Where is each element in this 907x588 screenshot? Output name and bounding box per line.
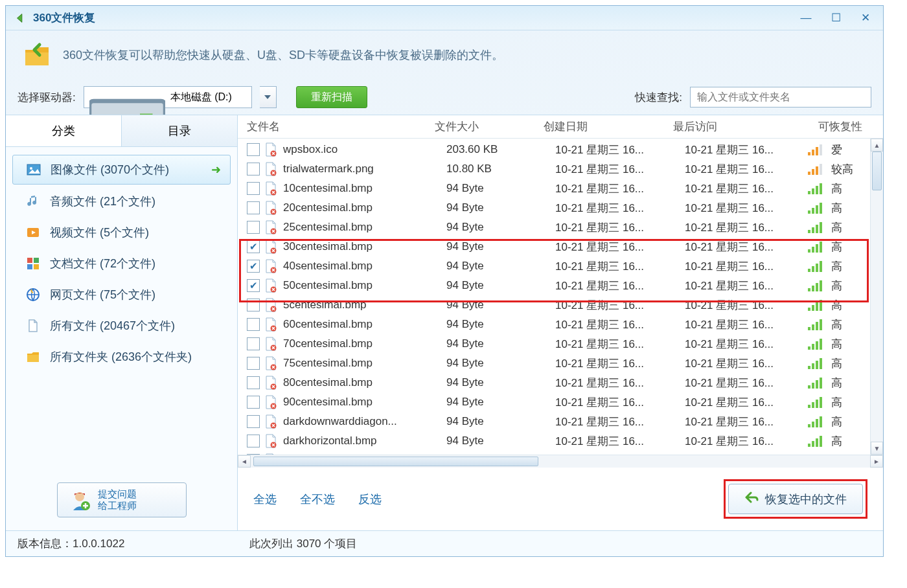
created-date: 10-21 星期三 16... — [555, 356, 685, 371]
file-deleted-icon — [265, 395, 277, 409]
row-checkbox[interactable] — [247, 376, 260, 389]
main-footer: 全选 全不选 反选 恢复选中的文件 — [238, 468, 883, 530]
recover-button[interactable]: 恢复选中的文件 — [728, 484, 863, 514]
drive-label: 选择驱动器: — [17, 90, 76, 105]
signal-icon — [808, 261, 831, 272]
scroll-down-button[interactable]: ▼ — [871, 442, 883, 455]
back-arrow-icon — [14, 11, 28, 25]
filename: 70centesimal.bmp — [283, 337, 446, 350]
maximize-button[interactable]: ☐ — [821, 10, 851, 27]
recoverability-label: 高 — [831, 317, 862, 332]
row-checkbox[interactable] — [247, 435, 260, 447]
signal-icon — [808, 203, 831, 214]
tab-directory[interactable]: 目录 — [122, 115, 237, 146]
folder-restore-icon — [21, 40, 52, 71]
row-checkbox[interactable] — [247, 299, 260, 311]
row-checkbox[interactable] — [247, 143, 260, 156]
vertical-scrollbar[interactable]: ▲ ▼ — [870, 139, 883, 455]
signal-icon — [808, 300, 831, 311]
filename: 50centesimal.bmp — [283, 279, 446, 292]
created-date: 10-21 星期三 16... — [555, 259, 685, 274]
table-row[interactable]: darkdownwarddiagon...94 Byte10-21 星期三 16… — [238, 412, 883, 431]
file-deleted-icon — [265, 181, 277, 196]
category-icon — [25, 194, 41, 209]
select-invert-link[interactable]: 反选 — [358, 492, 382, 507]
row-checkbox[interactable] — [247, 221, 260, 234]
table-row[interactable]: 70centesimal.bmp94 Byte10-21 星期三 16...10… — [238, 334, 883, 354]
col-created[interactable]: 创建日期 — [544, 119, 673, 134]
table-row[interactable]: darkupwarddiagonal...94 Byte10-21 星期三 16… — [238, 451, 883, 455]
row-checkbox[interactable] — [247, 454, 260, 455]
created-date: 10-21 星期三 16... — [555, 240, 685, 254]
table-row[interactable]: ✔50centesimal.bmp94 Byte10-21 星期三 16...1… — [238, 276, 883, 295]
table-row[interactable]: ✔30centesimal.bmp94 Byte10-21 星期三 16...1… — [238, 237, 883, 256]
created-date: 10-21 星期三 16... — [555, 298, 685, 313]
access-date: 10-21 星期三 16... — [685, 142, 808, 157]
row-checkbox[interactable]: ✔ — [247, 260, 260, 273]
row-checkbox[interactable] — [247, 396, 260, 409]
row-checkbox[interactable] — [247, 201, 260, 214]
table-row[interactable]: 75centesimal.bmp94 Byte10-21 星期三 16...10… — [238, 354, 883, 373]
recover-highlight: 恢复选中的文件 — [724, 479, 867, 519]
signal-icon — [808, 416, 831, 427]
file-deleted-icon — [265, 220, 277, 234]
category-label: 网页文件 (75个文件) — [50, 287, 155, 302]
row-checkbox[interactable] — [247, 415, 260, 428]
row-checkbox[interactable] — [247, 318, 260, 331]
hscroll-thumb[interactable] — [253, 457, 538, 466]
row-checkbox[interactable]: ✔ — [247, 240, 260, 253]
table-row[interactable]: 90centesimal.bmp94 Byte10-21 星期三 16...10… — [238, 392, 883, 412]
close-button[interactable]: ✕ — [851, 10, 880, 27]
category-icon — [25, 287, 41, 302]
search-input[interactable] — [690, 87, 871, 107]
table-row[interactable]: 25centesimal.bmp94 Byte10-21 星期三 16...10… — [238, 218, 883, 237]
filesize: 94 Byte — [446, 337, 555, 350]
engineer-button[interactable]: 提交问题 给工程师 — [57, 482, 187, 517]
table-row[interactable]: darkhorizontal.bmp94 Byte10-21 星期三 16...… — [238, 431, 883, 451]
table-row[interactable]: 10centesimal.bmp94 Byte10-21 星期三 16...10… — [238, 179, 883, 198]
rescan-button[interactable]: 重新扫描 — [296, 86, 367, 108]
select-none-link[interactable]: 全不选 — [300, 492, 335, 507]
file-deleted-icon — [265, 376, 277, 390]
table-row[interactable]: 80centesimal.bmp94 Byte10-21 星期三 16...10… — [238, 373, 883, 392]
row-checkbox[interactable] — [247, 182, 260, 195]
filesize: 203.60 KB — [446, 143, 555, 156]
row-checkbox[interactable] — [247, 337, 260, 350]
drive-select[interactable]: 本地磁盘 (D:) — [84, 86, 252, 108]
filesize: 94 Byte — [446, 396, 555, 409]
row-checkbox[interactable]: ✔ — [247, 279, 260, 292]
category-item[interactable]: 网页文件 (75个文件) — [6, 279, 237, 310]
filesize: 94 Byte — [446, 299, 555, 311]
filesize: 94 Byte — [446, 318, 555, 331]
table-row[interactable]: ✔40sentesimal.bmp94 Byte10-21 星期三 16...1… — [238, 256, 883, 276]
table-row[interactable]: trialwatermark.png10.80 KB10-21 星期三 16..… — [238, 159, 883, 179]
drive-dropdown-button[interactable] — [260, 86, 277, 108]
category-item[interactable]: 视频文件 (5个文件) — [6, 217, 237, 248]
category-item[interactable]: 音频文件 (21个文件) — [6, 186, 237, 217]
table-row[interactable]: wpsbox.ico203.60 KB10-21 星期三 16...10-21 … — [238, 140, 883, 159]
category-item[interactable]: 所有文件夹 (2636个文件夹) — [6, 341, 237, 372]
tab-category[interactable]: 分类 — [6, 115, 122, 146]
col-recoverability[interactable]: 可恢复性 — [796, 119, 877, 134]
select-all-link[interactable]: 全选 — [253, 492, 277, 507]
col-size[interactable]: 文件大小 — [435, 119, 544, 134]
table-row[interactable]: 20centesimal.bmp94 Byte10-21 星期三 16...10… — [238, 198, 883, 218]
category-item[interactable]: 图像文件 (3070个文件)➜ — [12, 155, 231, 185]
scroll-left-button[interactable]: ◄ — [238, 455, 251, 468]
table-row[interactable]: 60centesimal.bmp94 Byte10-21 星期三 16...10… — [238, 315, 883, 334]
file-deleted-icon — [265, 337, 277, 351]
scroll-up-button[interactable]: ▲ — [871, 139, 883, 152]
category-item[interactable]: 文档文件 (72个文件) — [6, 248, 237, 279]
scroll-thumb[interactable] — [872, 152, 882, 190]
row-checkbox[interactable] — [247, 163, 260, 175]
col-filename[interactable]: 文件名 — [247, 119, 435, 134]
col-access[interactable]: 最后访问 — [673, 119, 796, 134]
recoverability-label: 高 — [831, 298, 862, 313]
row-checkbox[interactable] — [247, 357, 260, 370]
horizontal-scrollbar[interactable]: ◄ ► — [238, 455, 883, 468]
category-item[interactable]: 所有文件 (20467个文件) — [6, 310, 237, 341]
signal-icon — [808, 397, 831, 408]
minimize-button[interactable]: — — [791, 10, 821, 27]
table-row[interactable]: 5centesimal.bmp94 Byte10-21 星期三 16...10-… — [238, 295, 883, 315]
scroll-right-button[interactable]: ► — [870, 455, 883, 468]
